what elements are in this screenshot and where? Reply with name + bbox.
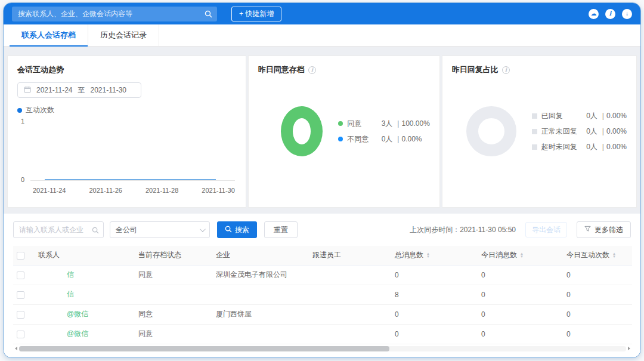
legend-percent: 0.00% xyxy=(606,112,627,120)
search-button-label: 搜索 xyxy=(235,225,249,235)
x-tick-labels: 2021-11-24 2021-11-26 2021-11-28 2021-11… xyxy=(33,187,235,194)
donut-ring xyxy=(466,106,516,156)
legend-item: 同意 3人 | 100.00% xyxy=(338,119,430,129)
panel-title: 会话互动趋势 xyxy=(17,64,236,75)
reply-legend: 已回复 0人 | 0.00% 正常未回复 0人 | 0.00% 超时 xyxy=(532,111,627,152)
download-icon[interactable]: ↓ xyxy=(622,9,632,19)
x-tick: 2021-11-26 xyxy=(89,187,122,194)
contact-link[interactable]: @微信 xyxy=(67,310,88,318)
legend-square-icon xyxy=(532,144,537,150)
col-header-staff: 跟进员工 xyxy=(309,246,391,265)
trend-legend: 互动次数 xyxy=(17,105,236,115)
contact-link[interactable]: 信 xyxy=(67,290,74,298)
legend-dot-icon xyxy=(338,137,343,141)
row-checkbox[interactable] xyxy=(17,271,24,279)
legend-divider: | xyxy=(397,135,399,143)
x-tick: 2021-11-30 xyxy=(202,187,234,194)
legend-label: 超时未回复 xyxy=(541,142,581,152)
scrollbar-thumb[interactable] xyxy=(19,346,389,351)
company-cell xyxy=(212,324,309,344)
select-all-checkbox[interactable] xyxy=(17,252,24,260)
table-row: @微信 同意 厦门西饼屋 0 0 0 xyxy=(13,304,632,324)
funnel-icon xyxy=(584,226,591,234)
cloud-icon[interactable]: ☁ xyxy=(589,9,599,19)
total-msgs-cell: 0 xyxy=(391,265,478,285)
donut-ring xyxy=(281,106,323,156)
col-header-status: 当前存档状态 xyxy=(135,246,212,265)
trend-title-text: 会话互动趋势 xyxy=(17,64,64,75)
panel-title: 昨日回复占比 i xyxy=(452,64,627,75)
search-icon xyxy=(92,226,99,236)
legend-label: 已回复 xyxy=(541,111,581,121)
info-icon[interactable]: i xyxy=(308,66,316,74)
info-icon[interactable]: i xyxy=(605,9,615,19)
global-search-input[interactable] xyxy=(12,7,217,21)
trend-line-chart: 1 0 2021-11-24 2021-11-26 2021-11-28 202… xyxy=(17,118,236,194)
status-cell: 同意 xyxy=(135,304,212,324)
filter-bar: 全公司 搜索 重置 上次同步时间：2021-11-30 05:50 导出会话 更… xyxy=(13,221,631,238)
keyword-input[interactable] xyxy=(13,221,104,238)
staff-cell xyxy=(309,285,391,304)
legend-label: 正常未回复 xyxy=(541,126,581,137)
status-cell: 同意 xyxy=(135,324,212,344)
reply-donut-chart: 已回复 0人 | 0.00% 正常未回复 0人 | 0.00% 超时 xyxy=(452,106,627,156)
panel-yesterday-consent: 昨日同意存档 i 同意 3人 | 100.00% 不同意 xyxy=(248,55,440,208)
contact-link[interactable]: 信 xyxy=(67,270,74,279)
sort-icon[interactable]: ▲▼ xyxy=(612,252,616,258)
scrollbar-track[interactable] xyxy=(19,346,626,351)
status-cell: 同意 xyxy=(135,265,212,285)
reply-title-text: 昨日回复占比 xyxy=(452,64,499,75)
today-msgs-cell: 0 xyxy=(478,265,563,285)
panel-title: 昨日同意存档 i xyxy=(258,64,430,75)
topbar-actions: ☁ i ↓ xyxy=(589,9,632,19)
legend-value: 0人 xyxy=(376,134,392,144)
contact-link[interactable]: @微信 xyxy=(67,329,88,338)
panel-interaction-trend: 会话互动趋势 2021-11-24 至 2021-11-30 互动次数 1 0 xyxy=(7,55,246,208)
last-sync-time: 上次同步时间：2021-11-30 05:50 xyxy=(410,225,516,235)
more-filters-button[interactable]: 更多筛选 xyxy=(577,221,631,238)
sort-icon[interactable]: ▲▼ xyxy=(426,252,430,258)
tab-contact-archive[interactable]: 联系人会话存档 xyxy=(10,24,88,46)
trend-series-line xyxy=(45,179,216,180)
consent-title-text: 昨日同意存档 xyxy=(258,64,305,75)
legend-item: 超时未回复 0人 | 0.00% xyxy=(532,142,627,152)
table-header-row: 联系人 当前存档状态 企业 跟进员工 总消息数▲▼ 今日消息数▲▼ 今日互动次数… xyxy=(13,246,632,265)
sort-icon[interactable]: ▲▼ xyxy=(520,252,524,258)
table-section: 全公司 搜索 重置 上次同步时间：2021-11-30 05:50 导出会话 更… xyxy=(4,214,640,351)
staff-cell xyxy=(309,324,391,344)
legend-value: 3人 xyxy=(376,119,392,129)
export-conversation-button[interactable]: 导出会话 xyxy=(525,222,567,237)
legend-item: 正常未回复 0人 | 0.00% xyxy=(532,126,627,137)
company-cell: 厦门西饼屋 xyxy=(212,304,309,324)
date-range-picker[interactable]: 2021-11-24 至 2021-11-30 xyxy=(17,82,141,98)
row-checkbox[interactable] xyxy=(17,311,24,319)
search-button[interactable]: 搜索 xyxy=(217,221,257,238)
col-header-today-msgs: 今日消息数▲▼ xyxy=(478,246,563,265)
legend-divider: | xyxy=(602,127,604,135)
legend-percent: 100.00% xyxy=(401,119,429,128)
consent-donut-chart: 同意 3人 | 100.00% 不同意 0人 | 0.00% xyxy=(258,106,430,156)
search-icon xyxy=(205,10,212,20)
consent-legend: 同意 3人 | 100.00% 不同意 0人 | 0.00% xyxy=(338,119,430,144)
scroll-right-icon[interactable] xyxy=(626,346,632,351)
app-window: + 快捷新增 ☁ i ↓ 联系人会话存档 历史会话记录 会话互动趋势 2021-… xyxy=(3,2,641,358)
company-select[interactable]: 全公司 xyxy=(110,221,210,238)
legend-value: 0人 xyxy=(581,111,597,121)
tab-history-records[interactable]: 历史会话记录 xyxy=(88,24,159,46)
row-checkbox[interactable] xyxy=(17,291,24,299)
quick-add-button[interactable]: + 快捷新增 xyxy=(231,7,281,21)
x-tick: 2021-11-28 xyxy=(145,187,178,194)
legend-divider: | xyxy=(397,119,399,128)
horizontal-scrollbar xyxy=(13,346,632,351)
today-msgs-cell: 0 xyxy=(478,285,563,304)
row-checkbox[interactable] xyxy=(17,331,24,338)
table-row: 信 8 0 0 xyxy=(13,285,632,304)
info-icon[interactable]: i xyxy=(502,66,510,74)
legend-percent: 0.00% xyxy=(606,127,627,135)
tab-bar: 联系人会话存档 历史会话记录 xyxy=(4,24,640,47)
reset-button[interactable]: 重置 xyxy=(264,221,298,238)
y-tick-min: 0 xyxy=(21,176,24,183)
total-msgs-cell: 0 xyxy=(391,324,478,344)
scroll-left-icon[interactable] xyxy=(13,346,19,351)
col-header-total-msgs: 总消息数▲▼ xyxy=(391,246,478,265)
